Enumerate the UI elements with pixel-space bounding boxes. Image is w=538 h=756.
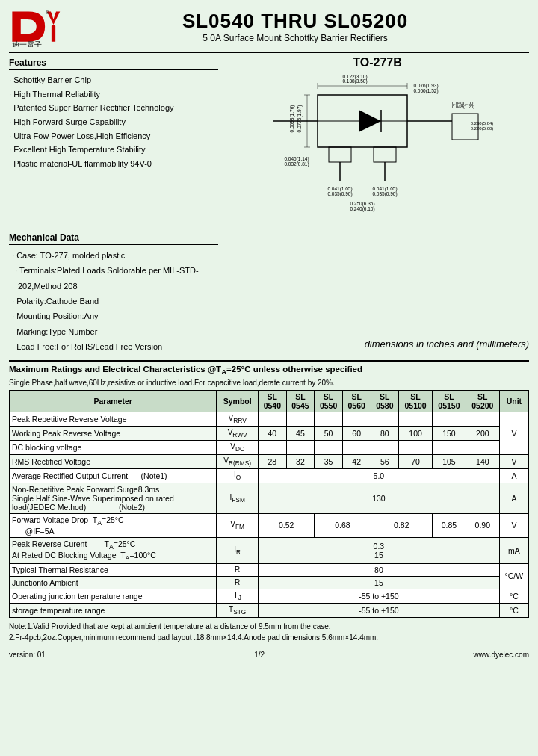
- col-header-symbol: Symbol: [217, 390, 259, 412]
- mech-item-2: Terminals:Plated Loads Soldorable per MI…: [9, 263, 218, 294]
- table-row: storage temperature range TSTG -55 to +1…: [10, 603, 529, 617]
- val-cell: 40: [259, 426, 287, 440]
- mechanical-section: Mechanical Data Case: TO-277, molded pla…: [9, 231, 529, 354]
- val-cell: [399, 412, 433, 426]
- table-row: Average Rectified Output Current (Note1)…: [10, 468, 529, 483]
- footer-page: 1/2: [254, 651, 265, 659]
- symbol-cell: VFM: [217, 513, 259, 537]
- val-cell-span: 5.0: [259, 468, 500, 483]
- val-cell: 200: [466, 426, 499, 440]
- val-cell: 0.52: [259, 513, 315, 537]
- col-header-sl0550: SL0550: [315, 390, 343, 412]
- val-cell: [286, 440, 315, 454]
- feature-item-4: High Forward Surge Capability: [9, 115, 218, 129]
- logo-area: 迪一電子 ®: [9, 6, 61, 47]
- unit-cell: °C: [499, 603, 528, 617]
- ratings-title-text: Maximum Ratings and Electrical Character…: [9, 365, 362, 374]
- features-left: Features Schottky Barrier Chip High Ther…: [9, 56, 218, 223]
- table-row: Peak Repetitive Reverse Voltage VRRV V: [10, 412, 529, 426]
- mech-item-1: Case: TO-277, molded plastic: [9, 248, 218, 263]
- val-cell: 50: [315, 426, 343, 440]
- col-header-sl05100: SL05100: [399, 390, 433, 412]
- feature-item-2: High Thermal Reliability: [9, 87, 218, 102]
- col-header-sl05200: SL05200: [466, 390, 499, 412]
- svg-text:0.032(0.81): 0.032(0.81): [284, 161, 309, 167]
- svg-text:0.138(3.50): 0.138(3.50): [342, 78, 367, 84]
- symbol-cell: TSTG: [217, 603, 259, 617]
- val-cell: 45: [286, 426, 315, 440]
- val-cell: 32: [286, 454, 315, 468]
- val-cell: [371, 412, 399, 426]
- diagram-area: TO-277B: [226, 56, 529, 223]
- mech-list: Case: TO-277, molded plastic Terminals:P…: [9, 248, 218, 354]
- unit-cell: V: [499, 412, 528, 454]
- val-cell: 28: [259, 454, 287, 468]
- val-cell-span: -55 to +150: [259, 589, 500, 603]
- val-cell: [466, 440, 499, 454]
- symbol-cell: VR(RMS): [217, 454, 259, 468]
- unit-cell: V: [499, 513, 528, 537]
- val-cell-span: 15: [259, 576, 500, 589]
- val-cell: 70: [399, 454, 433, 468]
- unit-cell: V: [499, 454, 528, 468]
- val-cell: 100: [399, 426, 433, 440]
- param-cell: Junctionto Ambient: [10, 576, 217, 589]
- svg-rect-9: [374, 147, 396, 162]
- symbol-cell: VDC: [217, 440, 259, 454]
- val-cell-span: 80: [259, 563, 500, 576]
- table-row: DC blocking voltage VDC: [10, 440, 529, 454]
- unit-cell: A: [499, 483, 528, 513]
- notes-section: Note:1.Valid Provided that are kept at a…: [9, 621, 529, 643]
- title-area: SL0540 THRU SL05200 5 0A Surface Mount S…: [61, 10, 529, 43]
- symbol-cell: R: [217, 563, 259, 576]
- footer-version: version: 01: [9, 651, 46, 659]
- param-cell: Forward Voltage Drop TA=25°C @IF=5A: [10, 513, 217, 537]
- header: 迪一電子 ® SL0540 THRU SL05200 5 0A Surface …: [9, 6, 529, 53]
- features-title: Features: [9, 56, 218, 70]
- val-cell: [433, 412, 466, 426]
- val-cell: 56: [371, 454, 399, 468]
- svg-text:0.240(6.10): 0.240(6.10): [350, 206, 374, 212]
- ratings-note: Single Phase,half wave,60Hz,resistive or…: [9, 379, 529, 387]
- symbol-cell: IFSM: [217, 483, 259, 513]
- val-cell: 0.68: [315, 513, 371, 537]
- col-header-unit: Unit: [499, 390, 528, 412]
- svg-rect-8: [329, 147, 351, 162]
- svg-text:0.0693(1.76): 0.0693(1.76): [289, 105, 295, 133]
- symbol-cell: IO: [217, 468, 259, 483]
- table-row: Working Peak Reverse Voltage VRWV 40 45 …: [10, 426, 529, 440]
- svg-text:0.060(1.52): 0.060(1.52): [413, 88, 438, 94]
- col-header-sl0545: SL0545: [286, 390, 315, 412]
- param-cell: Non-Repetitive Peak Forward Surge8.3ms S…: [10, 483, 217, 513]
- col-header-sl05150: SL05150: [433, 390, 466, 412]
- val-cell: [371, 440, 399, 454]
- param-cell: Peak Reverse Curent TA=25°C At Rated DC …: [10, 537, 217, 563]
- val-cell: [466, 412, 499, 426]
- symbol-cell: R: [217, 576, 259, 589]
- dim-note-area: dimensions in inches and (millimeters): [226, 231, 529, 354]
- ratings-title: Maximum Ratings and Electrical Character…: [9, 365, 529, 376]
- mech-item-4: Mounting Position:Any: [9, 309, 218, 323]
- param-cell: Average Rectified Output Current (Note1): [10, 468, 217, 483]
- table-row: Non-Repetitive Peak Forward Surge8.3ms S…: [10, 483, 529, 513]
- sub-title: 5 0A Surface Mount Schottky Barrier Rect…: [61, 33, 529, 43]
- val-cell: 60: [342, 426, 371, 440]
- val-cell: [315, 412, 343, 426]
- val-cell: [259, 412, 287, 426]
- val-cell-span: 0.315: [259, 537, 500, 563]
- val-cell: 42: [342, 454, 371, 468]
- features-list: Schottky Barrier Chip High Thermal Relia…: [9, 73, 218, 171]
- table-row: RMS Rectified Voltage VR(RMS) 28 32 35 4…: [10, 454, 529, 468]
- val-cell: 35: [315, 454, 343, 468]
- val-cell: [259, 440, 287, 454]
- val-cell: [286, 412, 315, 426]
- param-cell: RMS Rectified Voltage: [10, 454, 217, 468]
- symbol-cell: IR: [217, 537, 259, 563]
- val-cell-span: 130: [259, 483, 500, 513]
- svg-text:0.0776(1.97): 0.0776(1.97): [297, 105, 303, 133]
- svg-text:0.220(5.60): 0.220(5.60): [471, 126, 494, 131]
- col-header-sl0560: SL0560: [342, 390, 371, 412]
- svg-text:®: ®: [46, 10, 50, 15]
- param-cell: Peak Repetitive Reverse Voltage: [10, 412, 217, 426]
- table-row: Peak Reverse Curent TA=25°C At Rated DC …: [10, 537, 529, 563]
